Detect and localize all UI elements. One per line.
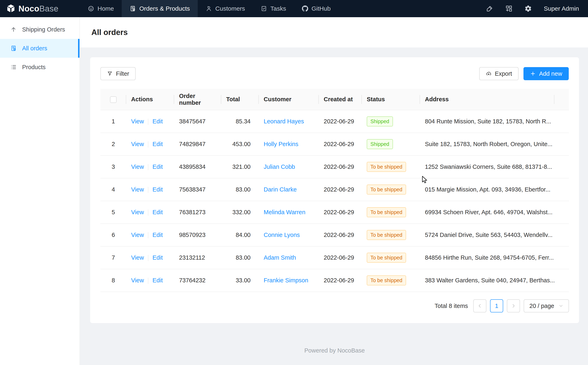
filter-label: Filter xyxy=(116,70,129,77)
filter-button[interactable]: Filter xyxy=(100,67,136,80)
sidebar-item-shipping-orders[interactable]: Shipping Orders xyxy=(0,20,80,39)
table-row: 5 ViewEdit 76381273 332.00 Melinda Warre… xyxy=(100,201,569,224)
status-badge: To be shipped xyxy=(367,207,406,217)
status-badge: Shipped xyxy=(367,139,393,149)
plugin-manager-icon[interactable] xyxy=(505,5,513,12)
order-number-cell: 98570923 xyxy=(179,232,205,238)
pagination-next-button[interactable] xyxy=(507,299,520,312)
table-row: 8 ViewEdit 73764232 33.00 Frankie Simpso… xyxy=(100,269,569,292)
nav-tabs: Home Orders & Products Customers Tasks G… xyxy=(80,0,486,17)
address-cell: 1252 Swaniawski Corners, Suite 688, 8137… xyxy=(425,163,552,170)
customer-link[interactable]: Holly Perkins xyxy=(264,141,298,147)
order-number-cell: 74829847 xyxy=(179,141,205,147)
table-row: 6 ViewEdit 98570923 84.00 Connie Lyons 2… xyxy=(100,224,569,246)
pagination-page-1[interactable]: 1 xyxy=(490,299,503,312)
customer-link[interactable]: Connie Lyons xyxy=(264,232,300,238)
total-cell: 84.00 xyxy=(236,232,251,238)
status-badge: To be shipped xyxy=(367,184,406,195)
page-size-select[interactable]: 20 / page xyxy=(524,299,569,312)
table-row: 3 ViewEdit 43895834 321.00 Julian Cobb 2… xyxy=(100,155,569,178)
address-cell: 84856 Hirthe Run, Suite 268, 94754-6705,… xyxy=(425,254,554,261)
select-all-checkbox[interactable] xyxy=(110,96,116,103)
sidebar: Shipping Orders All orders Products xyxy=(0,17,80,365)
action-divider xyxy=(148,119,148,125)
settings-gear-icon[interactable] xyxy=(524,5,532,12)
tasks-icon xyxy=(261,5,267,12)
view-link[interactable]: View xyxy=(131,254,144,261)
add-new-button[interactable]: Add new xyxy=(523,67,569,80)
customer-link[interactable]: Julian Cobb xyxy=(264,163,295,170)
nav-tab-orders-products[interactable]: Orders & Products xyxy=(122,0,198,17)
customer-link[interactable]: Leonard Hayes xyxy=(264,118,304,125)
created-at-cell: 2022-06-29 xyxy=(324,141,354,147)
created-at-cell: 2022-06-29 xyxy=(324,209,354,215)
edit-link[interactable]: Edit xyxy=(152,118,163,125)
table-row: 1 ViewEdit 38475647 85.34 Leonard Hayes … xyxy=(100,110,569,133)
edit-link[interactable]: Edit xyxy=(152,254,163,261)
view-link[interactable]: View xyxy=(131,118,144,125)
edit-link[interactable]: Edit xyxy=(152,163,163,170)
address-cell: 69934 Schoen River, Apt. 646, 49704, Wal… xyxy=(425,209,552,215)
row-index: 8 xyxy=(112,277,115,284)
nav-tab-customers[interactable]: Customers xyxy=(198,0,253,17)
view-link[interactable]: View xyxy=(131,209,144,215)
orders-table-card: Filter Export Add new xyxy=(90,57,579,323)
top-navbar: NocoBase Home Orders & Products Customer… xyxy=(0,0,588,17)
nocobase-logo[interactable]: NocoBase xyxy=(0,0,80,17)
pagination-prev-button[interactable] xyxy=(473,299,486,312)
created-at-cell: 2022-06-29 xyxy=(324,163,354,170)
content-area: Filter Export Add new xyxy=(80,48,588,365)
view-link[interactable]: View xyxy=(131,141,144,147)
github-icon xyxy=(302,5,308,12)
plus-icon xyxy=(530,71,536,77)
status-badge: To be shipped xyxy=(367,230,406,240)
action-divider xyxy=(148,187,148,193)
customer-link[interactable]: Frankie Simpson xyxy=(264,277,308,284)
page-header: All orders xyxy=(80,17,588,48)
view-link[interactable]: View xyxy=(131,277,144,284)
column-header-address: Address xyxy=(420,89,554,110)
view-link[interactable]: View xyxy=(131,232,144,238)
customers-icon xyxy=(205,5,212,12)
created-at-cell: 2022-06-29 xyxy=(324,277,354,284)
created-at-cell: 2022-06-29 xyxy=(324,232,354,238)
sidebar-item-products[interactable]: Products xyxy=(0,58,80,77)
row-index: 4 xyxy=(112,186,115,193)
created-at-cell: 2022-06-29 xyxy=(324,118,354,125)
ui-editor-pen-icon[interactable] xyxy=(486,5,493,12)
nav-tab-github[interactable]: GitHub xyxy=(294,0,338,17)
view-link[interactable]: View xyxy=(131,163,144,170)
row-index: 2 xyxy=(112,141,115,147)
toolbar-right: Export Add new xyxy=(479,67,569,80)
column-header-status: Status xyxy=(362,89,420,110)
nocobase-logo-text: NocoBase xyxy=(18,4,58,13)
add-new-label: Add new xyxy=(539,70,562,77)
sidebar-item-all-orders[interactable]: All orders xyxy=(0,39,80,58)
status-badge: Shipped xyxy=(367,116,393,126)
action-divider xyxy=(148,210,148,216)
order-number-cell: 23132112 xyxy=(179,254,205,261)
nav-tab-tasks[interactable]: Tasks xyxy=(253,0,294,17)
action-divider xyxy=(148,141,148,147)
edit-link[interactable]: Edit xyxy=(152,186,163,193)
row-index: 5 xyxy=(112,209,115,215)
user-menu[interactable]: Super Admin xyxy=(544,5,579,12)
edit-link[interactable]: Edit xyxy=(152,209,163,215)
nav-tab-home[interactable]: Home xyxy=(80,0,122,17)
orders-table: ActionsOrder numberTotalCustomerCreated … xyxy=(100,89,569,292)
column-header-actions: Actions xyxy=(126,89,174,110)
column-header-created-at: Created at xyxy=(319,89,362,110)
address-cell: 5724 Daniel Drive, Suite 563, 54403, Wen… xyxy=(425,232,552,238)
customer-link[interactable]: Melinda Warren xyxy=(264,209,305,215)
customer-link[interactable]: Adam Smith xyxy=(264,254,296,261)
view-link[interactable]: View xyxy=(131,186,144,193)
edit-link[interactable]: Edit xyxy=(152,232,163,238)
status-badge: To be shipped xyxy=(367,162,406,172)
chevron-left-icon xyxy=(477,303,482,309)
customer-link[interactable]: Darin Clarke xyxy=(264,186,297,193)
column-header-order-number: Order number xyxy=(174,89,221,110)
edit-link[interactable]: Edit xyxy=(152,141,163,147)
total-cell: 83.00 xyxy=(236,186,251,193)
export-button[interactable]: Export xyxy=(479,67,519,80)
edit-link[interactable]: Edit xyxy=(152,277,163,284)
